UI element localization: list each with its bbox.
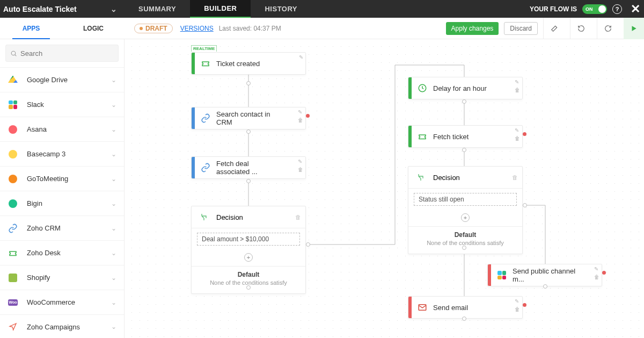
chevron-down-icon: ⌄ (111, 249, 116, 257)
search-input[interactable] (20, 49, 114, 57)
chevron-down-icon: ⌄ (111, 200, 116, 207)
app-row[interactable]: Zoho CRM⌄ (0, 215, 124, 240)
add-condition-button[interactable]: + (461, 213, 470, 222)
ticket-icon (201, 59, 210, 68)
node-output-port[interactable] (543, 284, 547, 289)
app-icon: Woo (8, 297, 18, 308)
tab-summary[interactable]: SUMMARY (125, 0, 190, 18)
toolbar-actions: Apply changes Discard (446, 18, 644, 39)
chevron-down-icon: ⌄ (111, 150, 116, 158)
chevron-down-icon[interactable]: ⌄ (111, 5, 117, 13)
redo-icon[interactable] (597, 18, 618, 39)
node-output-port[interactable] (462, 99, 466, 104)
subtab-apps[interactable]: APPS (0, 18, 62, 39)
flow-title: Auto Escalate Ticket (3, 5, 77, 13)
condition-output-port[interactable] (306, 242, 310, 247)
app-row[interactable]: Basecamp 3⌄ (0, 141, 124, 166)
app-row[interactable]: Bigin⌄ (0, 191, 124, 215)
help-icon[interactable]: ? (612, 4, 622, 14)
trash-icon[interactable]: 🗑 (295, 214, 305, 220)
decision-condition[interactable]: Deal amount > $10,000 (197, 233, 300, 246)
node-output-port[interactable] (246, 81, 251, 85)
trash-icon[interactable]: 🗑 (515, 87, 520, 93)
edit-icon[interactable]: ✎ (515, 298, 520, 304)
edit-icon[interactable]: ✎ (299, 54, 303, 60)
node-decision-2[interactable]: Decision 🗑 Status still open + Default N… (408, 166, 523, 254)
app-row[interactable]: Google Drive⌄ (0, 67, 124, 92)
flow-canvas[interactable]: REALTIME Ticket created ✎ Search contact… (125, 39, 644, 338)
condition-output-port[interactable] (523, 203, 527, 207)
app-label: WooCommerce (27, 298, 111, 306)
app-label: Asana (27, 125, 111, 133)
node-slack-message[interactable]: Send public channel m... ✎🗑 (487, 264, 602, 286)
undo-icon[interactable] (570, 18, 591, 39)
add-condition-button[interactable]: + (244, 253, 253, 262)
node-output-port[interactable] (246, 130, 251, 134)
decision-default-title: Default (414, 231, 517, 239)
app-row[interactable]: GoToMeeting⌄ (0, 166, 124, 191)
apply-changes-button[interactable]: Apply changes (446, 22, 499, 35)
node-label: Fetch ticket (433, 126, 522, 147)
edit-icon[interactable]: ✎ (515, 79, 520, 85)
tab-history[interactable]: HISTORY (251, 0, 311, 18)
app-label: Zoho CRM (27, 224, 111, 232)
flow-title-container[interactable]: Auto Escalate Ticket ⌄ (0, 0, 125, 18)
app-row[interactable]: Zoho Desk⌄ (0, 240, 124, 265)
app-icon (8, 124, 18, 135)
play-button[interactable] (624, 18, 644, 39)
trash-icon[interactable]: 🗑 (298, 117, 303, 123)
node-send-email[interactable]: Send email ✎🗑 (408, 296, 523, 319)
app-icon (8, 99, 18, 110)
default-output-port[interactable] (462, 246, 466, 250)
edit-icon[interactable]: ✎ (298, 159, 303, 164)
error-indicator (523, 303, 526, 307)
app-icon (8, 174, 18, 184)
app-row[interactable]: Asana⌄ (0, 117, 124, 141)
trash-icon[interactable]: 🗑 (298, 167, 303, 172)
decision-default-title: Default (197, 271, 300, 278)
app-row[interactable]: Shopify⌄ (0, 265, 124, 290)
edit-icon[interactable]: ✎ (515, 127, 520, 133)
node-label: Fetch deal associated ... (216, 157, 305, 178)
app-row[interactable]: WooWooCommerce⌄ (0, 290, 124, 314)
node-output-port[interactable] (462, 148, 466, 152)
node-delay[interactable]: Delay for an hour ✎🗑 (408, 77, 523, 99)
chevron-down-icon: ⌄ (111, 76, 116, 84)
app-icon (8, 149, 18, 160)
node-decision-1[interactable]: Decision 🗑 Deal amount > $10,000 + Defau… (191, 206, 306, 294)
svg-point-0 (11, 51, 16, 55)
trash-icon[interactable]: 🗑 (594, 274, 599, 280)
app-icon (8, 321, 18, 332)
edit-icon[interactable]: ✎ (594, 266, 599, 272)
search-box[interactable] (5, 45, 119, 62)
app-label: Shopify (27, 274, 111, 282)
node-search-contact[interactable]: Search contact in CRM ✎🗑 (191, 107, 306, 130)
node-ticket-created[interactable]: REALTIME Ticket created ✎ (191, 52, 306, 75)
trash-icon[interactable]: 🗑 (515, 135, 520, 141)
trash-icon[interactable]: 🗑 (512, 174, 522, 181)
node-fetch-ticket[interactable]: Fetch ticket ✎🗑 (408, 125, 523, 148)
subtab-logic[interactable]: LOGIC (62, 18, 125, 39)
main-tabs: SUMMARY BUILDER HISTORY (125, 0, 311, 18)
node-output-port[interactable] (462, 317, 466, 321)
node-fetch-deal[interactable]: Fetch deal associated ... ✎🗑 (191, 156, 306, 179)
top-bar: Auto Escalate Ticket ⌄ SUMMARY BUILDER H… (0, 0, 644, 18)
discard-button[interactable]: Discard (504, 22, 538, 35)
edit-icon[interactable]: ✎ (298, 109, 303, 115)
sidebar-tabs: APPS LOGIC (0, 18, 125, 39)
versions-link[interactable]: VERSIONS (180, 25, 214, 32)
search-icon (10, 50, 17, 57)
node-label: Ticket created (216, 53, 305, 74)
decision-condition[interactable]: Status still open (414, 193, 517, 206)
node-output-port[interactable] (246, 179, 251, 183)
close-icon[interactable]: ✕ (626, 0, 644, 18)
flow-toggle[interactable]: ON (582, 4, 607, 14)
app-row[interactable]: Zoho Campaigns⌄ (0, 314, 124, 338)
slack-icon (491, 264, 513, 286)
default-output-port[interactable] (246, 285, 251, 290)
branch-icon (200, 213, 208, 221)
trash-icon[interactable]: 🗑 (515, 306, 520, 312)
app-row[interactable]: Slack⌄ (0, 92, 124, 117)
magic-wand-icon[interactable] (543, 18, 565, 39)
tab-builder[interactable]: BUILDER (190, 0, 251, 18)
